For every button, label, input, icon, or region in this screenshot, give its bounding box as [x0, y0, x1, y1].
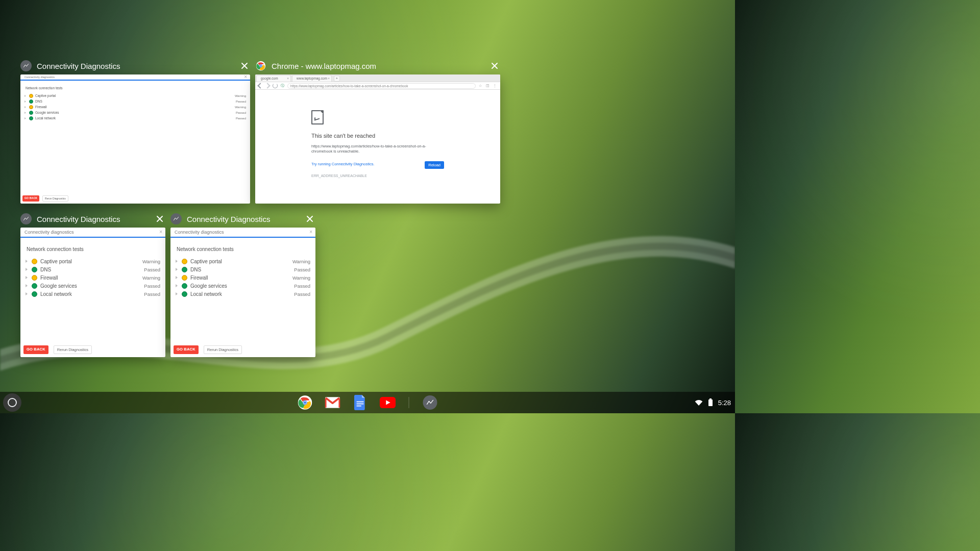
shelf-app-diagnostics[interactable]	[422, 394, 439, 411]
rerun-diagnostics-button[interactable]: Rerun Diagnostics	[42, 195, 68, 202]
window-close-button[interactable]	[489, 60, 500, 71]
test-status: Passed	[140, 267, 160, 272]
window-preview[interactable]: Connectivity diagnostics × Network conne…	[20, 74, 250, 204]
go-back-button[interactable]: GO BACK	[23, 345, 48, 354]
error-suggestion-link[interactable]: Try running Connectivity Diagnostics.	[311, 162, 375, 166]
test-name: DNS	[35, 99, 229, 103]
rerun-diagnostics-button[interactable]: Rerun Diagnostics	[54, 345, 92, 354]
chrome-app-icon	[255, 60, 266, 71]
test-row[interactable]: DNSPassed	[26, 265, 160, 273]
star-icon[interactable]: ☆	[479, 84, 483, 88]
status-dot-warn	[182, 275, 187, 281]
test-row[interactable]: Google servicesPassed	[26, 282, 160, 290]
test-row[interactable]: Google servicesPassed	[176, 282, 310, 290]
address-bar[interactable]: https://www.laptopmag.com/articles/how-t…	[287, 83, 476, 89]
test-row[interactable]: Captive portalWarning	[26, 257, 160, 265]
browser-tab[interactable]: www.laptopmag.com×	[292, 75, 332, 82]
back-icon[interactable]	[257, 83, 263, 88]
test-status: Warning	[231, 106, 246, 109]
chevron-right-icon	[26, 276, 28, 279]
shelf-app-chrome[interactable]	[297, 394, 314, 411]
status-dot-pass	[32, 283, 37, 289]
test-status: Passed	[290, 291, 310, 297]
browser-toolbar: ⓘ https://www.laptopmag.com/articles/how…	[255, 82, 500, 90]
browser-tab[interactable]: google.com×	[256, 75, 291, 82]
shelf-app-youtube[interactable]	[379, 394, 397, 411]
go-back-button[interactable]: GO BACK	[174, 345, 199, 354]
svg-rect-10	[357, 404, 364, 405]
test-row[interactable]: Captive portalWarning	[24, 93, 246, 98]
window-preview[interactable]: Connectivity diagnostics × Network conne…	[170, 228, 315, 357]
test-status: Passed	[290, 283, 310, 289]
shelf: 5:28	[0, 392, 735, 413]
error-heading: This site can't be reached	[311, 133, 444, 139]
overview-window-diagnostics-2[interactable]: Connectivity Diagnostics Connectivity di…	[20, 213, 165, 357]
window-close-button[interactable]	[154, 213, 165, 224]
test-row[interactable]: Local networkPassed	[24, 115, 246, 121]
broken-page-icon	[311, 110, 324, 124]
tab-label: google.com	[261, 77, 278, 80]
status-dot-warn	[29, 105, 33, 109]
test-row[interactable]: DNSPassed	[176, 265, 310, 273]
window-close-button[interactable]	[239, 60, 250, 71]
status-tray[interactable]: 5:28	[695, 398, 731, 407]
new-tab-button[interactable]: +	[334, 76, 340, 82]
overview-mode: Connectivity Diagnostics Connectivity di…	[0, 0, 735, 413]
chevron-right-icon	[176, 276, 178, 279]
test-row[interactable]: Local networkPassed	[176, 290, 310, 298]
window-preview[interactable]: google.com× www.laptopmag.com× + ⓘ https…	[255, 74, 500, 204]
test-row[interactable]: Captive portalWarning	[176, 257, 310, 265]
test-name: Firewall	[35, 105, 229, 109]
test-name: Google services	[35, 111, 229, 114]
test-row[interactable]: Local networkPassed	[26, 290, 160, 298]
forward-icon[interactable]	[264, 83, 270, 88]
test-name: DNS	[190, 267, 287, 272]
go-back-button[interactable]: GO BACK	[22, 195, 39, 202]
error-code: ERR_ADDRESS_UNREACHABLE	[311, 174, 444, 178]
test-name: Local network	[35, 116, 229, 120]
svg-rect-11	[357, 406, 361, 407]
extensions-icon[interactable]: ◫	[486, 84, 490, 88]
test-name: Local network	[190, 291, 287, 297]
window-titlebar: Connectivity Diagnostics	[20, 60, 250, 71]
shelf-app-docs[interactable]	[352, 394, 369, 411]
overview-window-diagnostics-3[interactable]: Connectivity Diagnostics Connectivity di…	[170, 213, 315, 357]
window-close-button[interactable]	[304, 213, 315, 224]
battery-icon	[708, 398, 713, 407]
test-name: Google services	[40, 283, 137, 289]
status-dot-warn	[32, 259, 37, 264]
shelf-app-gmail[interactable]	[324, 394, 341, 411]
chevron-right-icon	[176, 268, 178, 271]
close-icon: ×	[287, 76, 289, 82]
rerun-diagnostics-button[interactable]: Rerun Diagnostics	[204, 345, 242, 354]
test-row[interactable]: FirewallWarning	[24, 104, 246, 110]
app-tab-label: Connectivity diagnostics	[24, 230, 74, 235]
menu-icon[interactable]: ⋮	[493, 84, 497, 88]
test-name: DNS	[40, 267, 137, 272]
chevron-right-icon	[24, 101, 26, 103]
launcher-button[interactable]	[3, 393, 21, 412]
close-icon: ×	[244, 74, 247, 80]
overview-window-chrome[interactable]: Chrome - www.laptopmag.com google.com× w…	[255, 60, 500, 204]
chevron-right-icon	[24, 95, 26, 97]
tests-heading: Network connection tests	[27, 246, 160, 252]
tab-label: www.laptopmag.com	[297, 77, 327, 80]
test-row[interactable]: DNSPassed	[24, 98, 246, 104]
diagnostics-app-icon	[20, 213, 32, 224]
status-dot-warn	[182, 259, 187, 264]
status-dot-pass	[29, 111, 33, 115]
reload-icon[interactable]	[273, 83, 278, 88]
window-title: Connectivity Diagnostics	[37, 62, 234, 70]
overview-window-diagnostics-1[interactable]: Connectivity Diagnostics Connectivity di…	[20, 60, 250, 204]
diagnostics-app-icon	[20, 60, 32, 71]
window-preview[interactable]: Connectivity diagnostics × Network conne…	[20, 228, 165, 357]
svg-rect-9	[357, 402, 364, 403]
close-icon: ×	[309, 228, 312, 237]
reload-button[interactable]: Reload	[425, 161, 444, 169]
test-row[interactable]: FirewallWarning	[176, 273, 310, 282]
status-dot-pass	[182, 283, 187, 289]
test-row[interactable]: Google servicesPassed	[24, 110, 246, 115]
test-row[interactable]: FirewallWarning	[26, 273, 160, 282]
network-tests-list: Captive portalWarningDNSPassedFirewallWa…	[24, 93, 246, 121]
shelf-apps	[297, 394, 439, 411]
